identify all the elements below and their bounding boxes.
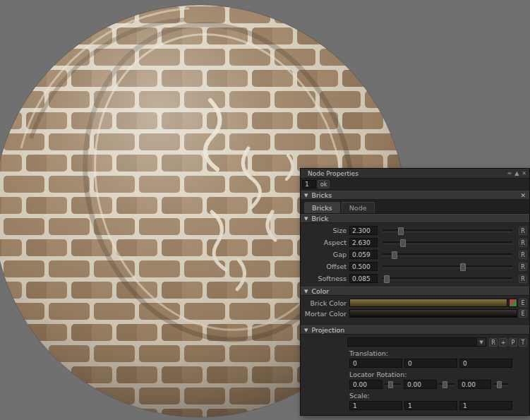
mortar-color-swatch[interactable] — [349, 309, 517, 318]
collapse-triangle-icon: ▼ — [304, 193, 308, 198]
section-header-bricks[interactable]: ▼ Bricks ✕ — [301, 191, 529, 200]
collapse-up-icon[interactable]: ▲ — [514, 169, 519, 178]
brick-color-swatch[interactable] — [349, 299, 507, 307]
mortar-color-label: Mortar Color — [303, 310, 347, 318]
offset-slider[interactable] — [383, 265, 512, 268]
brick-color-label: Brick Color — [303, 299, 347, 307]
locator-rotation-label: Locator Rotation: — [349, 371, 527, 378]
section-header-projection[interactable]: ▼ Projection — [301, 325, 529, 335]
offset-label: Offset — [303, 263, 347, 270]
color-picker-icon[interactable] — [509, 299, 517, 307]
slider-handle[interactable] — [398, 227, 404, 235]
menu-icon[interactable]: ≡ — [507, 169, 512, 178]
softness-slider[interactable] — [383, 277, 512, 280]
projection-r-button[interactable]: R — [489, 338, 498, 347]
scale-z-field[interactable]: 1 — [459, 401, 512, 410]
gap-input[interactable]: 0.059 — [349, 250, 378, 259]
softness-row: Softness 0.085 R — [301, 272, 529, 284]
section-label: Color — [311, 287, 329, 295]
softness-label: Softness — [303, 275, 347, 282]
tab-node[interactable]: Node — [342, 202, 375, 213]
panel-title: Node Properties — [308, 170, 504, 177]
scale-label: Scale: — [349, 392, 527, 400]
index-field[interactable]: 1 — [302, 180, 316, 188]
projection-t-button[interactable]: T — [519, 338, 527, 347]
scale-row: 1 1 1 — [349, 401, 527, 410]
rotation-x-slider[interactable] — [385, 383, 400, 386]
collapse-triangle-icon: ▼ — [304, 289, 308, 294]
size-row: Size 2.300 R — [301, 224, 529, 236]
rotation-z-field[interactable]: 0.00 — [458, 380, 491, 389]
tab-bricks[interactable]: Bricks — [304, 202, 340, 213]
slider-handle[interactable] — [442, 381, 447, 388]
gap-slider[interactable] — [383, 253, 512, 256]
viewport: Node Properties ≡ ▲ ✕ 1 ok ▼ Bricks ✕ Br… — [0, 0, 530, 420]
slider-handle[interactable] — [460, 263, 466, 271]
scale-y-field[interactable]: 1 — [404, 401, 457, 410]
translation-x-field[interactable]: 0 — [349, 359, 402, 368]
rotation-y-field[interactable]: 0.00 — [404, 380, 437, 389]
brick-color-row: Brick Color E — [301, 298, 529, 308]
offset-reset-button[interactable]: R — [519, 263, 527, 271]
mortar-color-edit-button[interactable]: E — [519, 309, 527, 318]
section-close-icon[interactable]: ✕ — [520, 192, 526, 199]
size-input[interactable]: 2.300 — [349, 226, 378, 235]
aspect-row: Aspect 2.630 R — [301, 236, 529, 248]
slider-handle[interactable] — [388, 381, 393, 388]
projection-dropdown-row: ▼ R + P T — [347, 337, 527, 347]
translation-z-field[interactable]: 0 — [459, 359, 512, 368]
translation-label: Translation: — [349, 349, 527, 357]
aspect-slider[interactable] — [383, 241, 512, 244]
softness-reset-button[interactable]: R — [519, 275, 527, 283]
collapse-triangle-icon: ▼ — [304, 328, 308, 333]
offset-row: Offset 0.500 R — [301, 260, 529, 272]
translation-y-field[interactable]: 0 — [404, 359, 457, 368]
projection-p-button[interactable]: P — [509, 338, 517, 347]
translation-row: 0 0 0 — [349, 359, 527, 368]
section-header-brick[interactable]: ▼ Brick — [301, 214, 529, 223]
chevron-down-icon[interactable]: ▼ — [476, 338, 486, 346]
close-icon[interactable]: ✕ — [522, 169, 526, 178]
gap-reset-button[interactable]: R — [519, 251, 527, 259]
rotation-y-slider[interactable] — [439, 383, 454, 386]
rotation-x-field[interactable]: 0.00 — [349, 380, 383, 389]
rotation-z-slider[interactable] — [493, 383, 509, 386]
aspect-reset-button[interactable]: R — [519, 239, 527, 247]
aspect-label: Aspect — [303, 239, 347, 246]
gap-label: Gap — [303, 251, 347, 258]
section-header-color[interactable]: ▼ Color — [301, 287, 529, 296]
size-label: Size — [303, 227, 347, 234]
collapse-triangle-icon: ▼ — [304, 216, 308, 222]
section-label: Bricks — [311, 191, 332, 199]
rotation-row: 0.00 0.00 0.00 — [349, 380, 527, 389]
projection-buttons: R + P T — [489, 338, 527, 347]
brick-color-edit-button[interactable]: E — [519, 299, 527, 307]
tab-strip: Bricks Node — [301, 200, 529, 214]
section-label: Projection — [311, 326, 344, 334]
section-label: Brick — [311, 215, 328, 222]
mortar-color-row: Mortar Color E — [301, 308, 529, 318]
brick-params: Size 2.300 R Aspect 2.630 R Gap 0.059 — [301, 223, 529, 287]
size-reset-button[interactable]: R — [519, 227, 527, 235]
projection-dropdown-value — [348, 338, 476, 346]
ok-button[interactable]: ok — [318, 180, 330, 188]
projection-add-button[interactable]: + — [499, 338, 507, 347]
slider-handle[interactable] — [392, 251, 397, 259]
offset-input[interactable]: 0.500 — [349, 262, 378, 271]
projection-dropdown[interactable]: ▼ — [347, 337, 486, 347]
slider-handle[interactable] — [384, 275, 390, 283]
aspect-input[interactable]: 2.630 — [349, 238, 378, 247]
gap-row: Gap 0.059 R — [301, 248, 529, 260]
slider-handle[interactable] — [497, 381, 502, 388]
size-slider[interactable] — [383, 229, 512, 232]
color-params: Brick Color E Mortar Color E — [301, 296, 529, 321]
softness-input[interactable]: 0.085 — [349, 274, 378, 283]
scale-x-field[interactable]: 1 — [349, 401, 402, 410]
index-row: 1 ok — [301, 179, 529, 191]
panel-titlebar[interactable]: Node Properties ≡ ▲ ✕ — [301, 169, 529, 179]
projection-params: ▼ R + P T Translation: 0 0 0 Locator Rot… — [301, 335, 529, 415]
slider-handle[interactable] — [400, 239, 406, 247]
node-properties-panel: Node Properties ≡ ▲ ✕ 1 ok ▼ Bricks ✕ Br… — [300, 168, 530, 416]
